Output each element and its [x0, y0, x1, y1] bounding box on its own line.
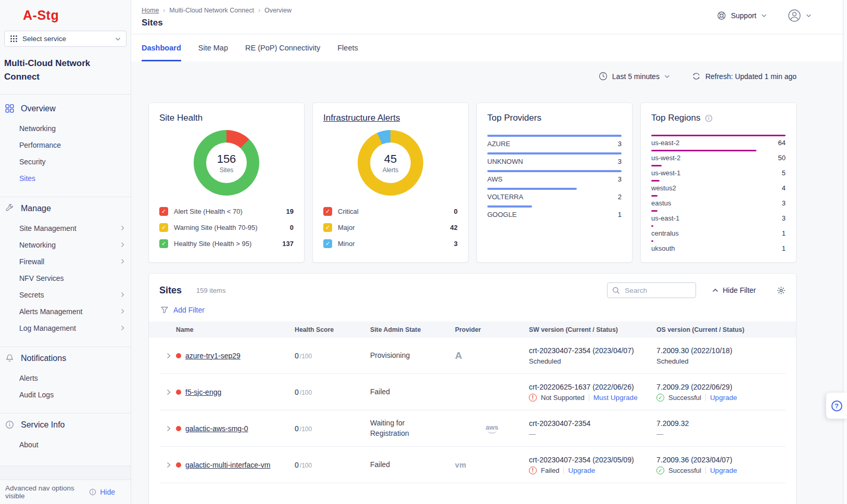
table-row[interactable]: azure-try1-sep29 0/100 Provisioning A cr… [159, 338, 786, 374]
table-row[interactable]: galactic-aws-smg-0 0/100 Waiting for Reg… [159, 410, 786, 447]
site-health-title: Site Health [159, 113, 294, 123]
upgrade-link[interactable]: Upgrade [710, 394, 737, 402]
info-icon [5, 420, 14, 429]
region-bar-centralus[interactable]: centralus1 [651, 225, 786, 237]
chevron-down-icon[interactable] [664, 74, 670, 79]
legend-item-healthy-sites[interactable]: Healthy Site (Health > 95) 137 [159, 236, 294, 252]
chevron-right-icon [121, 225, 124, 231]
breadcrumb-home-link[interactable]: Home [142, 7, 159, 14]
sidebar-section-overview[interactable]: Overview [0, 97, 131, 120]
table-row[interactable]: galactic-multi-interface-vm 0/100 Failed… [159, 447, 786, 483]
column-header-health-score: Health Score [295, 326, 370, 333]
alert-status-dot [176, 353, 181, 358]
provider-bar-aws[interactable]: AWS3 [487, 170, 622, 183]
upgrade-link[interactable]: Upgrade [710, 467, 737, 474]
chevron-right-icon [121, 292, 124, 298]
checkbox-checked-icon[interactable] [323, 239, 332, 248]
site-name-link[interactable]: galactic-aws-smg-0 [185, 424, 248, 433]
must-upgrade-link[interactable]: Must Upgrade [593, 394, 638, 402]
tab-dashboard[interactable]: Dashboard [142, 34, 181, 61]
hide-filter-button[interactable]: Hide Filter [712, 286, 756, 294]
top-regions-title: Top Regions [651, 113, 786, 123]
sidebar-item-alerts-management[interactable]: Alerts Management [0, 303, 131, 320]
sidebar-section-notifications[interactable]: Notifications [0, 347, 131, 370]
checkbox-checked-icon[interactable] [323, 223, 332, 232]
region-bar-uksouth[interactable]: uksouth1 [651, 240, 786, 252]
region-bar-us-west-1[interactable]: us-west-15 [651, 165, 786, 177]
infrastructure-alerts-title-link[interactable]: Infrastructure Alerts [323, 113, 458, 123]
chevron-down-icon[interactable] [761, 14, 767, 18]
sidebar-item-nfv-services[interactable]: NFV Services [0, 270, 131, 287]
region-bar-westus2[interactable]: westus24 [651, 180, 786, 192]
support-label[interactable]: Support [731, 11, 756, 20]
checkbox-checked-icon[interactable] [159, 239, 168, 248]
refresh-icon[interactable] [692, 72, 701, 81]
refresh-status-text[interactable]: Refresh: Updated 1 min ago [705, 72, 797, 81]
legend-item-major[interactable]: Major 42 [323, 219, 458, 236]
expand-chevron-icon[interactable] [166, 461, 172, 469]
provider-bar-volterra[interactable]: VOLTERRA2 [487, 188, 622, 201]
top-regions-card: Top Regions us-east-264 us-west-250 [640, 102, 797, 263]
chevron-down-icon [115, 37, 121, 41]
upgrade-link[interactable]: Upgrade [568, 467, 595, 474]
sidebar-item-audit-logs[interactable]: Audit Logs [0, 386, 131, 403]
tab-re-pop-connectivity[interactable]: RE (PoP) Connectivity [245, 34, 320, 61]
provider-bar-google[interactable]: GOOGLE1 [487, 205, 622, 218]
add-filter-button[interactable]: Add Filter [160, 306, 786, 314]
legend-item-alert-sites[interactable]: Alert Site (Health < 70) 19 [159, 203, 294, 219]
sidebar-item-performance[interactable]: Performance [0, 137, 131, 153]
sidebar-item-log-management[interactable]: Log Management [0, 320, 131, 337]
sidebar-item-secrets[interactable]: Secrets [0, 287, 131, 303]
legend-item-critical[interactable]: Critical 0 [323, 203, 458, 219]
region-bar-eastus[interactable]: eastus3 [651, 195, 786, 207]
info-icon[interactable] [705, 114, 713, 122]
sidebar-item-firewall[interactable]: Firewall [0, 253, 131, 270]
donut-center: 45 Alerts [370, 143, 411, 183]
alert-status-dot [176, 462, 181, 468]
sidebar-item-security[interactable]: Security [0, 153, 131, 170]
hide-advanced-nav-link[interactable]: Hide [100, 488, 115, 496]
site-health-donut-chart[interactable]: 156 Sites [194, 130, 259, 196]
chevron-right-icon [121, 308, 124, 314]
region-bar-us-east-2[interactable]: us-east-264 [651, 135, 786, 147]
table-settings-gear-icon[interactable] [777, 286, 786, 295]
expand-chevron-icon[interactable] [166, 424, 172, 433]
expand-chevron-icon[interactable] [166, 388, 172, 396]
tab-fleets[interactable]: Fleets [337, 34, 358, 61]
sidebar-section-service-info[interactable]: Service Info [0, 413, 131, 436]
region-bar-us-west-2[interactable]: us-west-250 [651, 150, 786, 162]
sidebar-section-manage[interactable]: Manage [0, 197, 131, 220]
service-selector[interactable]: Select service [4, 31, 127, 47]
search-input[interactable] [624, 286, 691, 295]
site-name-link[interactable]: f5-sjc-engg [185, 388, 221, 396]
sidebar-item-networking[interactable]: Networking [0, 120, 131, 137]
tab-site-map[interactable]: Site Map [198, 34, 228, 61]
expand-chevron-icon[interactable] [166, 352, 172, 360]
checkbox-checked-icon[interactable] [159, 207, 168, 216]
sidebar-item-alerts[interactable]: Alerts [0, 370, 131, 386]
site-name-link[interactable]: galactic-multi-interface-vm [185, 461, 270, 469]
sidebar-item-networking-manage[interactable]: Networking [0, 237, 131, 253]
legend-item-warning-sites[interactable]: Warning Site (Health 70-95) 0 [159, 219, 294, 236]
checkbox-checked-icon[interactable] [323, 207, 332, 216]
avatar[interactable] [788, 9, 801, 22]
region-bar-us-east-1[interactable]: us-east-13 [651, 210, 786, 222]
provider-bar-azure[interactable]: AZURE3 [487, 135, 622, 148]
site-admin-state: Waiting for Registration [370, 418, 455, 438]
scrollbar-track[interactable] [843, 0, 847, 504]
product-name: Multi-Cloud Network Connect [4, 57, 125, 84]
table-row[interactable]: f5-sjc-engg 0/100 Failed crt-20220625-16… [159, 374, 786, 410]
provider-bar-unknown[interactable]: UNKNOWN3 [487, 152, 622, 165]
search-icon [612, 287, 620, 294]
search-box[interactable] [607, 282, 696, 298]
legend-item-minor[interactable]: Minor 3 [323, 236, 458, 252]
help-button[interactable]: ? [826, 393, 847, 419]
checkbox-checked-icon[interactable] [159, 223, 168, 232]
sidebar-item-about[interactable]: About [0, 436, 131, 453]
sidebar-item-site-management[interactable]: Site Management [0, 220, 131, 237]
time-range-selector[interactable]: Last 5 minutes [612, 72, 660, 81]
infrastructure-alerts-donut-chart[interactable]: 45 Alerts [358, 130, 423, 196]
sidebar-item-sites[interactable]: Sites [0, 170, 131, 187]
chevron-down-icon[interactable] [806, 14, 812, 18]
site-name-link[interactable]: azure-try1-sep29 [185, 352, 241, 360]
